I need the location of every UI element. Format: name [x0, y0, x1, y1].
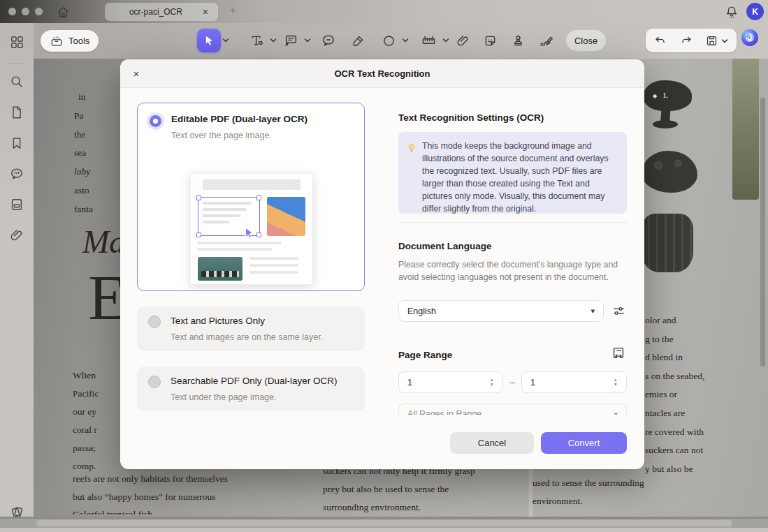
add-text-tool-button[interactable]	[245, 29, 268, 52]
callout-icon	[283, 33, 298, 48]
select-tool-button[interactable]	[197, 29, 221, 52]
settings-heading: Text Recognition Settings (OCR)	[398, 112, 544, 123]
redo-icon	[679, 34, 693, 47]
sidebar-item-attachments-doc[interactable]	[8, 196, 25, 213]
range-dash: –	[505, 371, 520, 393]
ocr-dialog: OCR Text Recognition × Editable PDF (Dua…	[120, 59, 644, 469]
window-control-minimize[interactable]	[22, 8, 29, 15]
document-band-icon	[9, 197, 24, 212]
spinner-arrows[interactable]: ▲ ▼	[614, 378, 618, 387]
page-from-input[interactable]: 1 ▲ ▼	[398, 371, 503, 393]
shapes-tool-button[interactable]	[377, 29, 400, 52]
horizontal-scrollbar-thumb[interactable]	[36, 520, 732, 526]
lightbulb-icon	[405, 140, 419, 156]
close-tools-button[interactable]: Close	[566, 30, 606, 51]
window-control-zoom[interactable]	[35, 8, 43, 15]
select-tool-chevron-icon[interactable]	[222, 38, 229, 43]
sticker-tool-button[interactable]	[478, 29, 502, 52]
page-range-label: Page Range	[398, 350, 452, 360]
callout-tool-button[interactable]	[279, 29, 303, 52]
language-options-icon[interactable]	[611, 304, 626, 318]
vertical-scrollbar[interactable]	[760, 98, 765, 367]
cursor-icon	[202, 34, 216, 47]
page-text-right-fragments: olor andg to the d blend ins on the seab…	[645, 311, 704, 478]
option-searchable-pdf[interactable]: Searchable PDF Only (Dual-layer OCR) Tex…	[137, 367, 365, 411]
tools-label: Tools	[68, 36, 89, 46]
coral-image-label: ◆ L	[653, 91, 670, 99]
sidebar-item-paperclip[interactable]	[8, 227, 25, 244]
page-text-right-bottom-lines: used to sense the surrounding environmen…	[532, 474, 644, 510]
sidebar-item-page-thumbnails[interactable]	[8, 104, 25, 121]
dialog-close-icon[interactable]: ×	[129, 66, 144, 81]
redo-button[interactable]	[679, 33, 694, 48]
radio-unselected-icon[interactable]	[148, 316, 161, 328]
ai-swirl-icon	[741, 29, 759, 47]
sidebar-divider	[8, 63, 26, 64]
save-button[interactable]	[704, 33, 719, 48]
option-title: Editable PDF (Dual-layer OCR)	[171, 114, 307, 124]
tab-close-icon[interactable]: ×	[200, 6, 211, 18]
language-select[interactable]: English ▾	[398, 300, 604, 322]
sidebar-item-comments[interactable]	[8, 165, 25, 182]
close-label: Close	[574, 36, 597, 46]
grid-icon	[9, 34, 24, 50]
tools-button[interactable]: Tools	[41, 30, 99, 52]
comment-icon	[321, 33, 336, 48]
user-avatar[interactable]: K	[746, 3, 764, 20]
radio-unselected-icon[interactable]	[148, 376, 161, 388]
undo-icon	[653, 34, 667, 47]
info-box: This mode keeps the background image and…	[398, 132, 627, 214]
measure-tool-button[interactable]	[416, 29, 440, 52]
convert-button[interactable]: Convert	[541, 432, 627, 454]
save-options-chevron-icon[interactable]	[721, 38, 728, 44]
paperclip-icon	[9, 228, 24, 243]
shapes-chevron-icon[interactable]	[402, 38, 409, 43]
signature-icon	[538, 33, 554, 49]
spinner-arrows[interactable]: ▲ ▼	[490, 378, 494, 387]
ai-assistant-button[interactable]	[741, 29, 759, 47]
page-to-input[interactable]: 1 ▲ ▼	[521, 371, 627, 393]
search-icon	[9, 74, 24, 89]
sidebar-item-tools-grid[interactable]	[8, 34, 25, 50]
illustration-keyboard-photo	[198, 257, 242, 281]
section-divider	[398, 222, 627, 223]
document-tab[interactable]: ocr-paci_OCR ×	[105, 3, 218, 21]
text-tool-chevron-icon[interactable]	[270, 38, 277, 43]
callout-chevron-icon[interactable]	[304, 38, 311, 43]
radio-selected-icon[interactable]	[150, 115, 161, 127]
language-value: English	[407, 306, 436, 316]
stamp-tool-button[interactable]	[506, 29, 530, 52]
page-range-icon[interactable]	[611, 346, 626, 361]
page-text-left-mid-fragments: WlienPacific our eycoral r passa;comp.	[73, 367, 99, 475]
sidebar-item-search[interactable]	[8, 73, 25, 90]
option-editable-pdf[interactable]: Editable PDF (Dual-layer OCR) Text over …	[137, 103, 365, 291]
page-filter-select[interactable]: All Pages in Range ▾	[398, 404, 627, 415]
illustration-picture-block	[267, 197, 305, 236]
toolbox-icon	[50, 34, 64, 48]
language-label: Document Language	[398, 241, 492, 251]
new-tab-button[interactable]: +	[229, 3, 236, 17]
measure-chevron-icon[interactable]	[442, 38, 449, 43]
cancel-button[interactable]: Cancel	[450, 432, 534, 454]
home-button[interactable]	[55, 3, 71, 20]
paperclip-icon	[456, 34, 470, 48]
option-text-pictures-only[interactable]: Text and Pictures Only Text and images a…	[137, 306, 365, 351]
selection-cursor-icon	[244, 227, 255, 238]
comment-tool-button[interactable]	[317, 29, 340, 52]
attachment-tool-button[interactable]	[451, 29, 474, 52]
highlighter-tool-button[interactable]	[346, 29, 370, 52]
sidebar-item-bookmarks[interactable]	[8, 135, 25, 152]
coral-image-2	[642, 151, 697, 193]
undo-button[interactable]	[653, 33, 668, 48]
signature-tool-button[interactable]	[534, 29, 558, 52]
option-subtitle: Text and images are on the same layer.	[171, 332, 323, 342]
app-window: { "window": { "tab_title": "ocr-paci_OCR…	[0, 0, 768, 532]
notifications-button[interactable]	[723, 3, 741, 21]
coral-image-1-base	[653, 120, 678, 128]
page-text-left-fragments: inPa thesea labyasto fanta	[74, 88, 93, 219]
title-bar: ocr-paci_OCR × + K	[0, 0, 768, 24]
window-control-close[interactable]	[8, 8, 16, 15]
horizontal-scrollbar-track[interactable]	[0, 517, 768, 532]
page-text-center-lines: suckers can not only help it firmly gras…	[323, 462, 475, 517]
home-icon	[56, 5, 71, 20]
